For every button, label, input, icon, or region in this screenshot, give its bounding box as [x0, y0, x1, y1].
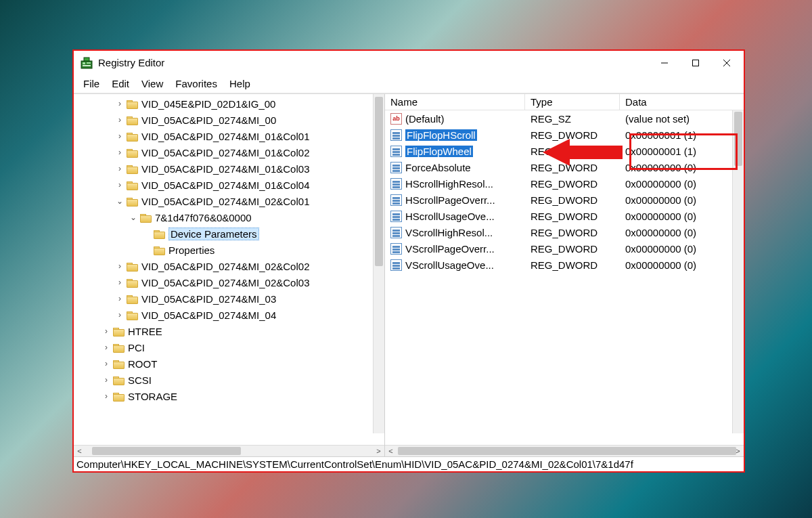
folder-icon [154, 229, 165, 238]
value-name: FlipFlopWheel [405, 146, 473, 157]
reg-dword-icon [390, 162, 402, 173]
tree-item[interactable]: ›VID_05AC&PID_0274&MI_02&Col03 [74, 274, 384, 290]
tree-item-label: VID_05AC&PID_0274&MI_01&Col03 [141, 163, 309, 175]
tree-item[interactable]: Device Parameters [74, 225, 384, 242]
tree-item[interactable]: ›VID_05AC&PID_0274&MI_01&Col03 [74, 160, 384, 177]
folder-icon [113, 326, 125, 336]
close-button[interactable] [711, 52, 742, 74]
svg-rect-3 [83, 65, 91, 66]
value-row[interactable]: VScrollPageOverr...REG_DWORD0x00000000 (… [385, 240, 744, 257]
tree-item[interactable]: ⌄VID_05AC&PID_0274&MI_02&Col01 [74, 193, 384, 209]
folder-icon [127, 148, 138, 157]
tree-item[interactable]: ›VID_05AC&PID_0274&MI_01&Col01 [74, 128, 384, 144]
svg-rect-4 [84, 58, 89, 61]
expand-icon[interactable]: › [101, 359, 112, 368]
value-row[interactable]: HScrollUsageOve...REG_DWORD0x00000000 (0… [385, 208, 744, 224]
titlebar[interactable]: Registry Editor [74, 51, 744, 74]
expand-icon[interactable]: › [114, 99, 125, 108]
window-title: Registry Editor [98, 57, 164, 68]
tree-item[interactable]: ›ROOT [74, 355, 384, 372]
list-horizontal-scrollbar[interactable]: < > [385, 445, 744, 456]
folder-icon [113, 375, 125, 385]
menu-file[interactable]: File [78, 77, 105, 91]
expand-icon[interactable]: › [114, 115, 125, 125]
column-headers[interactable]: Name Type Data [385, 94, 744, 110]
tree-item[interactable]: ›VID_045E&PID_02D1&IG_00 [74, 95, 384, 112]
folder-icon [127, 99, 138, 108]
reg-dword-icon [390, 129, 402, 141]
tree-item[interactable]: ›PCI [74, 339, 384, 355]
menu-view[interactable]: View [136, 77, 168, 91]
reg-dword-icon [390, 178, 402, 190]
tree-item-label: VID_045E&PID_02D1&IG_00 [141, 98, 275, 110]
col-header-name[interactable]: Name [385, 94, 525, 110]
maximize-button[interactable] [680, 52, 711, 74]
expand-icon[interactable]: › [114, 180, 125, 190]
col-header-data[interactable]: Data [620, 94, 744, 110]
value-type: REG_DWORD [525, 227, 620, 238]
tree-item[interactable]: ›VID_05AC&PID_0274&MI_01&Col02 [74, 144, 384, 160]
expand-icon[interactable]: › [114, 294, 125, 303]
expand-icon[interactable]: › [101, 391, 112, 401]
status-path: Computer\HKEY_LOCAL_MACHINE\SYSTEM\Curre… [76, 458, 633, 470]
folder-icon [127, 261, 138, 271]
menu-help[interactable]: Help [224, 77, 256, 91]
expand-icon[interactable]: › [101, 375, 112, 385]
tree-item[interactable]: ›HTREE [74, 323, 384, 339]
value-type: REG_SZ [525, 113, 620, 125]
expand-icon[interactable]: › [114, 261, 125, 271]
menu-edit[interactable]: Edit [106, 77, 135, 91]
expand-icon[interactable]: › [101, 326, 112, 336]
tree-item[interactable]: ›STORAGE [74, 388, 384, 404]
menubar[interactable]: File Edit View Favorites Help [74, 74, 744, 93]
registry-tree[interactable]: ›VID_045E&PID_02D1&IG_00›VID_05AC&PID_02… [74, 94, 384, 406]
tree-item[interactable]: ⌄7&1d47f076&0&0000 [74, 209, 384, 225]
annotation-highlight-box [629, 133, 738, 170]
value-name: VScrollHighResol... [405, 227, 493, 238]
value-name: VScrollPageOverr... [405, 243, 495, 255]
svg-marker-9 [543, 139, 623, 166]
collapse-icon[interactable]: ⌄ [114, 196, 125, 206]
tree-item[interactable]: ›SCSI [74, 372, 384, 388]
tree-item[interactable]: ›VID_05AC&PID_0274&MI_00 [74, 112, 384, 128]
col-header-type[interactable]: Type [525, 94, 620, 110]
reg-dword-icon [390, 259, 402, 271]
expand-icon[interactable]: › [114, 278, 125, 287]
reg-dword-icon [390, 211, 402, 222]
tree-item-label: VID_05AC&PID_0274&MI_02&Col02 [141, 261, 309, 272]
tree-vertical-scrollbar[interactable] [373, 94, 384, 433]
tree-item-label: ROOT [128, 358, 157, 370]
tree-item-label: PCI [128, 342, 145, 353]
expand-icon[interactable]: › [114, 148, 125, 157]
expand-icon[interactable]: › [101, 343, 112, 352]
menu-favorites[interactable]: Favorites [170, 77, 223, 91]
value-row[interactable]: HScrollHighResol...REG_DWORD0x00000000 (… [385, 175, 744, 192]
tree-item[interactable]: Properties [74, 242, 384, 258]
expand-icon[interactable]: › [114, 131, 125, 141]
value-row[interactable]: VScrollHighResol...REG_DWORD0x00000000 (… [385, 224, 744, 240]
value-name: VScrollUsageOve... [405, 259, 494, 271]
tree-item[interactable]: ›VID_05AC&PID_0274&MI_03 [74, 290, 384, 307]
folder-icon [140, 213, 152, 222]
value-name: HScrollPageOverr... [405, 194, 495, 206]
tree-item-label: VID_05AC&PID_0274&MI_03 [141, 293, 276, 305]
tree-item[interactable]: ›VID_05AC&PID_0274&MI_04 [74, 307, 384, 323]
value-type: REG_DWORD [525, 194, 620, 206]
scroll-right-icon[interactable]: > [373, 447, 384, 455]
scroll-left-icon[interactable]: < [74, 447, 85, 455]
tree-item[interactable]: ›VID_05AC&PID_0274&MI_02&Col02 [74, 258, 384, 274]
folder-icon [154, 245, 165, 255]
tree-item[interactable]: ›VID_05AC&PID_0274&MI_01&Col04 [74, 177, 384, 193]
scroll-left-icon[interactable]: < [385, 447, 397, 455]
value-row[interactable]: VScrollUsageOve...REG_DWORD0x00000000 (0… [385, 257, 744, 273]
value-row[interactable]: (Default)REG_SZ(value not set) [385, 110, 744, 127]
expand-icon[interactable]: › [114, 310, 125, 320]
value-row[interactable]: HScrollPageOverr...REG_DWORD0x00000000 (… [385, 192, 744, 208]
collapse-icon[interactable]: ⌄ [128, 213, 139, 222]
value-data: 0x00000000 (0) [620, 259, 744, 271]
minimize-button[interactable] [649, 52, 680, 74]
tree-horizontal-scrollbar[interactable]: < > [74, 445, 384, 456]
expand-icon[interactable]: › [114, 164, 125, 173]
svg-rect-1 [83, 62, 85, 64]
folder-icon [127, 115, 138, 125]
